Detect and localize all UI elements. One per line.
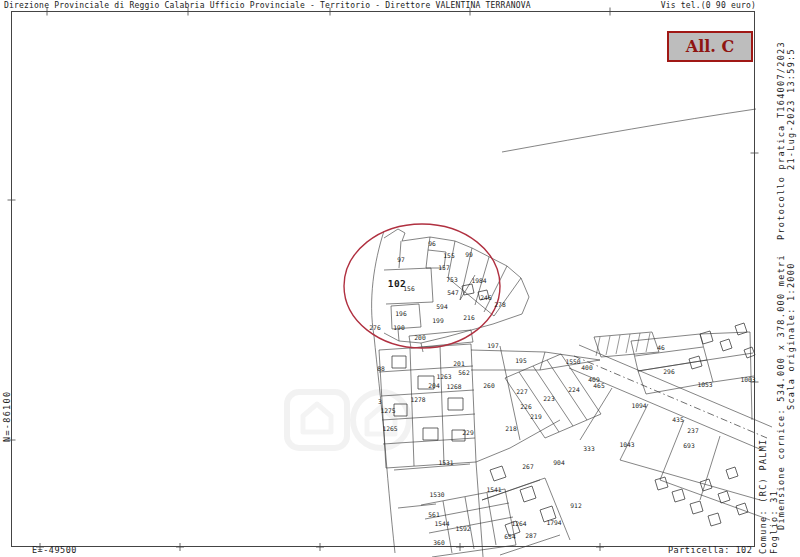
parcel-label-1003: 1003 bbox=[740, 376, 755, 383]
parcel-label-204: 204 bbox=[428, 382, 440, 389]
parcel-label-435: 435 bbox=[672, 416, 684, 423]
particella-label: Particella: 102 bbox=[668, 545, 752, 555]
parcel-label-157: 157 bbox=[438, 264, 450, 271]
parcel-label-693: 693 bbox=[683, 442, 695, 449]
parcel-label-1043: 1043 bbox=[619, 441, 634, 448]
parcel-label-287: 287 bbox=[525, 532, 537, 539]
parcel-label-190: 190 bbox=[393, 324, 405, 331]
parcel-label-201: 201 bbox=[453, 360, 465, 367]
attachment-badge-label: All. C bbox=[686, 37, 734, 56]
parcel-label-267: 267 bbox=[522, 463, 534, 470]
margin-datetime: 21-Lug-2023 13:59:5 bbox=[786, 48, 796, 170]
parcel-label-260: 260 bbox=[483, 382, 495, 389]
parcel-label-219: 219 bbox=[530, 413, 542, 420]
margin-foglio: Foglio: 31 bbox=[769, 490, 779, 554]
parcel-label-216: 216 bbox=[463, 314, 475, 321]
parcel-label-223: 223 bbox=[543, 395, 555, 402]
parcel-label-227: 227 bbox=[516, 388, 528, 395]
map-frame-border bbox=[12, 12, 755, 547]
cadastral-map-canvas: 9697102156196190276155991577531984547246… bbox=[0, 0, 800, 557]
parcel-label-88: 88 bbox=[377, 365, 385, 372]
boundary-curve-top bbox=[502, 109, 756, 152]
parcel-label-561: 561 bbox=[428, 511, 440, 518]
parcel-label-278: 278 bbox=[494, 301, 506, 308]
parcel-label-96: 96 bbox=[428, 240, 436, 247]
parcel-label-1541: 1541 bbox=[486, 486, 501, 493]
parcel-label-199: 199 bbox=[432, 317, 444, 324]
parcel-label-296: 296 bbox=[663, 368, 675, 375]
parcel-label-1544: 1544 bbox=[434, 520, 449, 527]
parcel-label-360: 360 bbox=[433, 539, 445, 546]
parcel-label-97: 97 bbox=[397, 256, 405, 263]
road bbox=[569, 345, 772, 450]
parcel-label-904: 904 bbox=[553, 459, 565, 466]
parcel-label-246: 246 bbox=[480, 294, 492, 301]
cadastral-map-page: { "header": { "left": "Direzione Provinc… bbox=[0, 0, 800, 557]
parcel-label-562: 562 bbox=[458, 369, 470, 376]
parcel-label-1531: 1531 bbox=[438, 459, 453, 466]
parcel-label-156: 156 bbox=[403, 285, 415, 292]
parcel-label-3: 3 bbox=[378, 398, 382, 405]
parcel-label-400: 400 bbox=[581, 364, 593, 371]
parcel-label-1530: 1530 bbox=[429, 491, 444, 498]
parcel-label-465: 465 bbox=[593, 382, 605, 389]
parcel-label-46: 46 bbox=[657, 344, 665, 351]
attachment-badge: All. C bbox=[667, 31, 753, 62]
parcel-label-1794: 1794 bbox=[546, 519, 561, 526]
frame-tick-marks bbox=[8, 8, 759, 552]
parcel-label-1278: 1278 bbox=[410, 396, 425, 403]
parcel-label-594: 594 bbox=[436, 303, 448, 310]
parcel-label-1264: 1264 bbox=[511, 520, 526, 527]
parcel-label-276: 276 bbox=[369, 324, 381, 331]
parcel-label-1275: 1275 bbox=[380, 407, 395, 414]
margin-scale: Scala originale: 1:2000 bbox=[786, 262, 796, 410]
highlight-ellipse bbox=[344, 224, 500, 348]
parcel-label-99: 99 bbox=[465, 251, 473, 258]
parcel-label-1984: 1984 bbox=[471, 277, 486, 284]
parcel-label-753: 753 bbox=[446, 276, 458, 283]
north-coordinate-label: N=-86100 bbox=[2, 391, 12, 442]
parcel-label-1263: 1263 bbox=[436, 373, 451, 380]
hatched-road-strip bbox=[594, 332, 659, 357]
parcel-label-226: 226 bbox=[520, 403, 532, 410]
parcel-label-195: 195 bbox=[515, 357, 527, 364]
parcel-label-912: 912 bbox=[570, 502, 582, 509]
parcel-label-196: 196 bbox=[395, 310, 407, 317]
bottom-parcels bbox=[394, 462, 570, 557]
site-watermark bbox=[287, 392, 409, 448]
parcel-label-229: 229 bbox=[462, 429, 474, 436]
parcel-label-1053: 1053 bbox=[697, 381, 712, 388]
east-coordinate-label: E=-49500 bbox=[32, 545, 77, 555]
right-parcels bbox=[580, 323, 770, 526]
parcel-label-547: 547 bbox=[447, 289, 459, 296]
parcel-label-1265: 1265 bbox=[382, 425, 397, 432]
parcel-label-197: 197 bbox=[487, 342, 499, 349]
parcel-label-1592: 1592 bbox=[455, 525, 470, 532]
parcel-label-237: 237 bbox=[687, 427, 699, 434]
parcel-label-1094: 1094 bbox=[631, 402, 646, 409]
parcel-label-1268: 1268 bbox=[446, 383, 461, 390]
parcel-label-218: 218 bbox=[505, 425, 517, 432]
parcel-label-155: 155 bbox=[443, 252, 455, 259]
parcel-label-224: 224 bbox=[568, 386, 580, 393]
parcel-label-200: 200 bbox=[414, 334, 426, 341]
margin-frame-size: Dimensione cornice: 534.000 x 378.000 me… bbox=[776, 254, 786, 530]
parcel-label-1550: 1550 bbox=[565, 358, 580, 365]
margin-comune: Comune: (RC) PALMI bbox=[758, 438, 768, 554]
parcel-label-333: 333 bbox=[583, 445, 595, 452]
parcel-label-654: 654 bbox=[504, 533, 516, 540]
margin-protocol: Protocollo pratica T164007/2023 bbox=[776, 41, 786, 240]
